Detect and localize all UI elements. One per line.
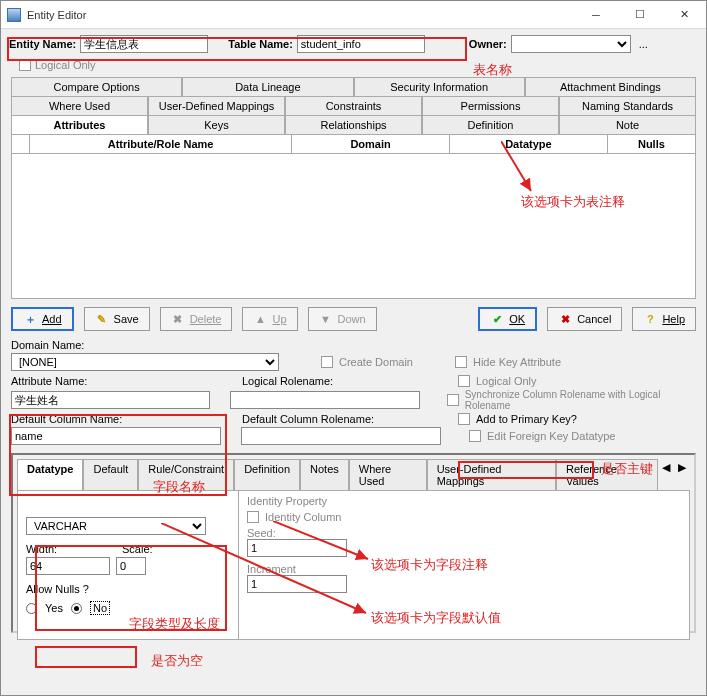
tab-nav-right[interactable]: ▶ xyxy=(674,459,690,490)
logical-only-label-2: Logical Only xyxy=(476,375,537,387)
help-button[interactable]: ?Help xyxy=(632,307,696,331)
tab-naming-standards[interactable]: Naming Standards xyxy=(559,96,696,115)
ltab-rule-constraint[interactable]: Rule/Constraint xyxy=(138,459,234,490)
seed-input[interactable] xyxy=(247,539,347,557)
create-domain-label: Create Domain xyxy=(339,356,413,368)
cancel-button[interactable]: ✖Cancel xyxy=(547,307,622,331)
attribute-name-input[interactable] xyxy=(11,391,210,409)
tab-constraints[interactable]: Constraints xyxy=(285,96,422,115)
tab-data-lineage[interactable]: Data Lineage xyxy=(182,77,353,96)
window-title: Entity Editor xyxy=(27,9,574,21)
logical-only-checkbox[interactable] xyxy=(19,59,31,71)
delete-button[interactable]: ✖Delete xyxy=(160,307,233,331)
tab-attachment-bindings[interactable]: Attachment Bindings xyxy=(525,77,696,96)
save-button[interactable]: ✎Save xyxy=(84,307,150,331)
scale-label: Scale: xyxy=(122,543,153,555)
tab-user-defined-mappings[interactable]: User-Defined Mappings xyxy=(148,96,285,115)
domain-name-label: Domain Name: xyxy=(11,339,84,351)
tab-keys[interactable]: Keys xyxy=(148,115,285,134)
hide-key-checkbox[interactable] xyxy=(455,356,467,368)
increment-label: Increment xyxy=(247,563,360,575)
owner-ellipsis-button[interactable]: ... xyxy=(639,38,648,50)
logical-rolename-input[interactable] xyxy=(230,391,420,409)
no-label: No xyxy=(90,601,110,615)
sync-checkbox[interactable] xyxy=(447,394,458,406)
yes-label: Yes xyxy=(45,602,63,614)
identity-group-label: Identity Property xyxy=(247,495,360,507)
tab-where-used[interactable]: Where Used xyxy=(11,96,148,115)
owner-select[interactable] xyxy=(511,35,631,53)
mid-fields: Domain Name: [NONE] Create Domain Hide K… xyxy=(1,339,706,445)
x-icon: ✖ xyxy=(558,312,572,326)
col-nulls: Nulls xyxy=(608,135,695,153)
tab-security-information[interactable]: Security Information xyxy=(354,77,525,96)
down-button[interactable]: ▼Down xyxy=(308,307,377,331)
table-name-label: Table Name: xyxy=(228,38,293,50)
col-domain: Domain xyxy=(292,135,450,153)
owner-label: Owner: xyxy=(469,38,507,50)
allow-nulls-label: Allow Nulls ? xyxy=(26,583,89,595)
ltab-default[interactable]: Default xyxy=(83,459,138,490)
width-input[interactable] xyxy=(26,557,110,575)
tab-nav-left[interactable]: ◀ xyxy=(658,459,674,490)
create-domain-checkbox[interactable] xyxy=(321,356,333,368)
ltab-datatype[interactable]: Datatype xyxy=(17,459,83,490)
attributes-grid: Attribute/Role Name Domain Datatype Null… xyxy=(11,134,696,299)
anno-box-null xyxy=(35,646,137,668)
maximize-button[interactable]: ☐ xyxy=(618,2,662,28)
pencil-icon: ✎ xyxy=(95,312,109,326)
tab-attributes[interactable]: Attributes xyxy=(11,115,148,134)
close-button[interactable]: ✕ xyxy=(662,2,706,28)
minimize-button[interactable]: ─ xyxy=(574,2,618,28)
col-datatype: Datatype xyxy=(450,135,608,153)
tab-compare-options[interactable]: Compare Options xyxy=(11,77,182,96)
arrow-down-icon: ▼ xyxy=(319,312,333,326)
button-row: ＋Add ✎Save ✖Delete ▲Up ▼Down ✔OK ✖Cancel… xyxy=(1,299,706,339)
ok-button[interactable]: ✔OK xyxy=(478,307,537,331)
ltab-notes[interactable]: Notes xyxy=(300,459,349,490)
increment-input[interactable] xyxy=(247,575,347,593)
up-button[interactable]: ▲Up xyxy=(242,307,297,331)
col-attribute-role: Attribute/Role Name xyxy=(30,135,292,153)
default-col-name-label: Default Column Name: xyxy=(11,413,122,425)
ltab-where-used[interactable]: Where Used xyxy=(349,459,427,490)
scale-input[interactable] xyxy=(116,557,146,575)
attribute-name-label: Attribute Name: xyxy=(11,375,87,387)
add-button[interactable]: ＋Add xyxy=(11,307,74,331)
main-tabs: Compare Options Data Lineage Security In… xyxy=(1,73,706,299)
titlebar: Entity Editor ─ ☐ ✕ xyxy=(1,1,706,29)
identity-column-label: Identity Column xyxy=(265,511,341,523)
logical-only-checkbox-2[interactable] xyxy=(458,375,470,387)
logical-only-label: Logical Only xyxy=(35,59,96,71)
domain-name-select[interactable]: [NONE] xyxy=(11,353,279,371)
identity-column-checkbox[interactable] xyxy=(247,511,259,523)
sync-label: Synchronize Column Rolename with Logical… xyxy=(465,389,696,411)
ltab-definition[interactable]: Definition xyxy=(234,459,300,490)
datatype-select[interactable]: VARCHAR xyxy=(26,517,206,535)
table-name-input[interactable] xyxy=(297,35,425,53)
default-col-rolename-input[interactable] xyxy=(241,427,441,445)
app-icon xyxy=(7,8,21,22)
ltab-user-defined-mappings[interactable]: User-Defined Mappings xyxy=(427,459,556,490)
tab-note[interactable]: Note xyxy=(559,115,696,134)
logical-only-row: Logical Only xyxy=(1,59,706,73)
edit-fk-label: Edit Foreign Key Datatype xyxy=(487,430,615,442)
entity-name-input[interactable] xyxy=(80,35,208,53)
width-label: Width: xyxy=(26,543,57,555)
hide-key-label: Hide Key Attribute xyxy=(473,356,561,368)
lower-panel: Datatype Default Rule/Constraint Definit… xyxy=(11,453,696,633)
ltab-reference-values[interactable]: Reference Values xyxy=(556,459,658,490)
plus-icon: ＋ xyxy=(23,312,37,326)
add-pk-checkbox[interactable] xyxy=(458,413,470,425)
tab-definition[interactable]: Definition xyxy=(422,115,559,134)
delete-icon: ✖ xyxy=(171,312,185,326)
allow-nulls-no-radio[interactable] xyxy=(71,603,82,614)
default-col-name-input[interactable] xyxy=(11,427,221,445)
seed-label: Seed: xyxy=(247,527,360,539)
logical-rolename-label: Logical Rolename: xyxy=(242,375,333,387)
tab-permissions[interactable]: Permissions xyxy=(422,96,559,115)
allow-nulls-yes-radio[interactable] xyxy=(26,603,37,614)
entity-name-label: Entity Name: xyxy=(9,38,76,50)
edit-fk-checkbox[interactable] xyxy=(469,430,481,442)
tab-relationships[interactable]: Relationships xyxy=(285,115,422,134)
